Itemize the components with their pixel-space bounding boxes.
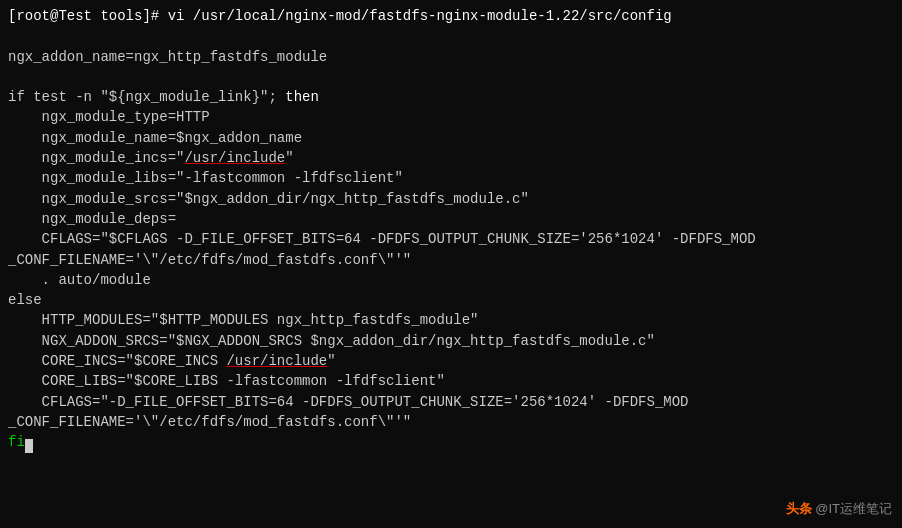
line-12: CFLAGS="$CFLAGS -D_FILE_OFFSET_BITS=64 -…: [8, 229, 894, 249]
prompt: [root@Test tools]# vi /usr/local/nginx-m…: [8, 8, 672, 24]
line-15: else: [8, 290, 894, 310]
line-2: [8, 26, 894, 46]
terminal: [root@Test tools]# vi /usr/local/nginx-m…: [0, 0, 902, 528]
underline-path-1: /usr/include: [184, 150, 285, 166]
line-1: [root@Test tools]# vi /usr/local/nginx-m…: [8, 6, 894, 26]
fi-keyword: fi: [8, 434, 25, 450]
line-19: CORE_LIBS="$CORE_LIBS -lfastcommon -lfdf…: [8, 371, 894, 391]
line-13: _CONF_FILENAME='\"/etc/fdfs/mod_fastdfs.…: [8, 250, 894, 270]
line-6: ngx_module_type=HTTP: [8, 107, 894, 127]
line-11: ngx_module_deps=: [8, 209, 894, 229]
line-16: HTTP_MODULES="$HTTP_MODULES ngx_http_fas…: [8, 310, 894, 330]
line-20: CFLAGS="-D_FILE_OFFSET_BITS=64 -DFDFS_OU…: [8, 392, 894, 412]
line-18: CORE_INCS="$CORE_INCS /usr/include": [8, 351, 894, 371]
line-9: ngx_module_libs="-lfastcommon -lfdfsclie…: [8, 168, 894, 188]
line-22: fi: [8, 432, 894, 452]
line-21: _CONF_FILENAME='\"/etc/fdfs/mod_fastdfs.…: [8, 412, 894, 432]
underline-path-2: /usr/include: [226, 353, 327, 369]
line-10: ngx_module_srcs="$ngx_addon_dir/ngx_http…: [8, 189, 894, 209]
line-14: . auto/module: [8, 270, 894, 290]
watermark-account: @IT运维笔记: [815, 501, 892, 516]
cursor: [25, 439, 33, 453]
line-8: ngx_module_incs="/usr/include": [8, 148, 894, 168]
keyword-then: then: [285, 89, 319, 105]
watermark: 头条 @IT运维笔记: [786, 500, 892, 518]
line-3: ngx_addon_name=ngx_http_fastdfs_module: [8, 47, 894, 67]
watermark-platform: 头条: [786, 501, 812, 516]
line-5: if test -n "${ngx_module_link}"; then: [8, 87, 894, 107]
line-7: ngx_module_name=$ngx_addon_name: [8, 128, 894, 148]
line-17: NGX_ADDON_SRCS="$NGX_ADDON_SRCS $ngx_add…: [8, 331, 894, 351]
line-4: [8, 67, 894, 87]
